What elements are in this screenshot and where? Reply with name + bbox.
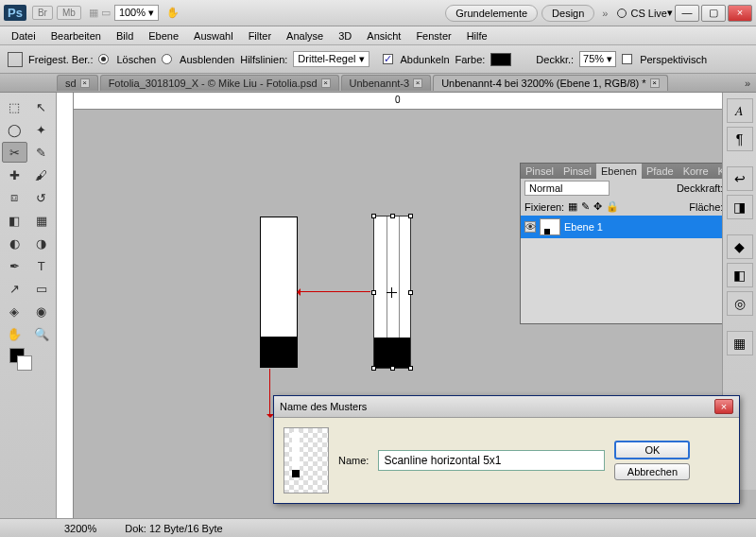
visibility-icon[interactable]: 👁	[524, 221, 536, 233]
hand-tool[interactable]: ✋	[2, 323, 27, 344]
maximize-button[interactable]: ▢	[701, 5, 726, 22]
annotation-arrow	[299, 291, 370, 292]
radio-loeschen[interactable]	[98, 54, 109, 64]
transform-center-icon[interactable]	[387, 287, 397, 298]
workspace-grundelemente[interactable]: Grundelemente	[445, 5, 538, 22]
tab-1[interactable]: sd×	[57, 75, 98, 91]
menu-ansicht[interactable]: Ansicht	[361, 28, 406, 43]
radio-ausblenden[interactable]	[162, 54, 172, 64]
menu-3d[interactable]: 3D	[333, 28, 357, 43]
tab-3[interactable]: Unbenannt-3×	[341, 75, 432, 91]
hand-icon[interactable]: ✋	[166, 7, 180, 19]
hilfslinien-label: Hilfslinien:	[240, 54, 287, 65]
lasso-tool[interactable]: ◯	[2, 119, 27, 140]
close-button[interactable]: ×	[728, 5, 752, 22]
workspace-design[interactable]: Design	[541, 5, 594, 22]
dodge-tool[interactable]: ◑	[29, 233, 55, 253]
menu-analyse[interactable]: Analyse	[281, 28, 329, 43]
dialog-titlebar[interactable]: Name des Musters ×	[274, 396, 739, 418]
eraser-tool[interactable]: ◧	[2, 210, 27, 231]
tab-label: sd	[65, 78, 77, 89]
layers-panel-icon[interactable]: ◆	[727, 234, 753, 259]
wand-tool[interactable]: ✦	[29, 119, 55, 140]
workspace-switcher: Grundelemente Design » CS Live ▾	[445, 5, 673, 22]
tab-pinsel2[interactable]: Pinsel	[558, 164, 596, 179]
tabs-overflow[interactable]: »	[739, 76, 756, 91]
menu-filter[interactable]: Filter	[243, 28, 277, 43]
pen-tool[interactable]: ✒	[2, 255, 27, 276]
menu-datei[interactable]: Datei	[6, 28, 42, 43]
crop-tool[interactable]: ✂	[2, 142, 27, 163]
workspace-more[interactable]: »	[602, 8, 608, 19]
tab-pinsel[interactable]: Pinsel	[521, 164, 558, 179]
menu-hilfe[interactable]: Hilfe	[461, 28, 493, 43]
tab-2[interactable]: Fotolia_3018109_X - © Mike Liu - Fotolia…	[100, 75, 339, 91]
tab-4[interactable]: Unbenannt-4 bei 3200% (Ebene 1, RGB/8) *…	[433, 75, 667, 91]
lock-brush-icon[interactable]: ✎	[581, 200, 590, 213]
ok-button[interactable]: OK	[614, 441, 690, 459]
type-tool[interactable]: T	[29, 255, 55, 276]
menu-bearbeiten[interactable]: Bearbeiten	[45, 28, 107, 43]
fg-bg-colors[interactable]	[2, 348, 54, 380]
close-icon[interactable]: ×	[413, 78, 422, 88]
history-brush-tool[interactable]: ↺	[29, 187, 55, 208]
close-icon[interactable]: ×	[321, 78, 331, 88]
move-arrow-tool[interactable]: ↖	[29, 96, 55, 117]
adjust-panel-icon[interactable]: ◎	[727, 291, 753, 316]
ruler-vertical	[57, 93, 74, 518]
3d-panel-icon[interactable]: ◨	[727, 195, 753, 219]
brush-tool[interactable]: 🖌	[29, 165, 55, 185]
swatches-panel-icon[interactable]: ▦	[727, 331, 753, 355]
stamp-tool[interactable]: ⧈	[2, 187, 27, 208]
tab-pfade[interactable]: Pfade	[642, 164, 679, 179]
3d-tool[interactable]: ◈	[2, 301, 27, 321]
menu-fenster[interactable]: Fenster	[410, 28, 456, 43]
lock-trans-icon[interactable]: ▦	[568, 200, 577, 213]
hilfslinien-select[interactable]: Drittel-Regel ▾	[293, 51, 369, 67]
layer-item[interactable]: 👁 Ebene 1	[521, 216, 756, 238]
lock-move-icon[interactable]: ✥	[593, 200, 602, 213]
deckkr-input[interactable]: 75% ▾	[579, 51, 616, 67]
status-zoom[interactable]: 3200%	[64, 523, 96, 534]
ruler-horizontal	[74, 93, 756, 110]
paragraph-panel-icon[interactable]: ¶	[727, 127, 753, 151]
lock-all-icon[interactable]: 🔒	[606, 200, 619, 213]
farbe-swatch[interactable]	[490, 53, 511, 66]
camera-tool[interactable]: ◉	[29, 301, 55, 321]
bridge-button[interactable]: Br	[32, 6, 53, 20]
zoom-tool[interactable]: 🔍	[29, 323, 55, 344]
shape-tool[interactable]: ▭	[29, 278, 55, 299]
cs-live[interactable]: CS Live ▾	[617, 7, 673, 19]
history-panel-icon[interactable]: ↩	[727, 166, 753, 191]
status-bar: 3200% Dok: 12 Byte/16 Byte	[0, 518, 756, 537]
app-icon: Ps	[4, 5, 26, 21]
zoom-select[interactable]: 100% ▾	[114, 5, 159, 21]
minibridge-button[interactable]: Mb	[57, 6, 81, 20]
chk-abdunkeln[interactable]: ✓	[383, 54, 393, 64]
gradient-tool[interactable]: ▦	[29, 210, 55, 231]
background-color[interactable]	[17, 355, 32, 371]
pattern-name-input[interactable]	[378, 450, 605, 471]
deckkraft-label: Deckkraft:	[677, 182, 724, 194]
heal-tool[interactable]: ✚	[2, 165, 27, 185]
cancel-button[interactable]: Abbrechen	[614, 463, 690, 480]
chk-perspektivisch[interactable]	[622, 54, 632, 64]
move-tool[interactable]: ⬚	[2, 96, 27, 117]
blur-tool[interactable]: ◐	[2, 233, 27, 253]
minimize-button[interactable]: —	[675, 5, 699, 22]
type-panel-icon[interactable]: 𝐴	[727, 98, 753, 123]
close-icon[interactable]: ×	[650, 78, 660, 88]
blend-mode-select[interactable]: Normal	[524, 181, 610, 196]
panel-tabs: Pinsel Pinsel Ebenen Pfade Korre Kopie	[521, 164, 756, 179]
close-icon[interactable]: ×	[80, 78, 90, 88]
dialog-close-button[interactable]: ×	[714, 399, 733, 414]
menu-ebene[interactable]: Ebene	[143, 28, 184, 43]
menu-bild[interactable]: Bild	[111, 28, 139, 43]
mask-panel-icon[interactable]: ◧	[727, 263, 753, 287]
eyedropper-tool[interactable]: ✎	[29, 142, 55, 163]
tab-ebenen[interactable]: Ebenen	[596, 164, 642, 179]
menu-auswahl[interactable]: Auswahl	[188, 28, 239, 43]
path-select-tool[interactable]: ↗	[2, 278, 27, 299]
tab-label: Unbenannt-4 bei 3200% (Ebene 1, RGB/8) *	[441, 78, 645, 89]
tab-korrekturen[interactable]: Korre	[679, 164, 713, 179]
